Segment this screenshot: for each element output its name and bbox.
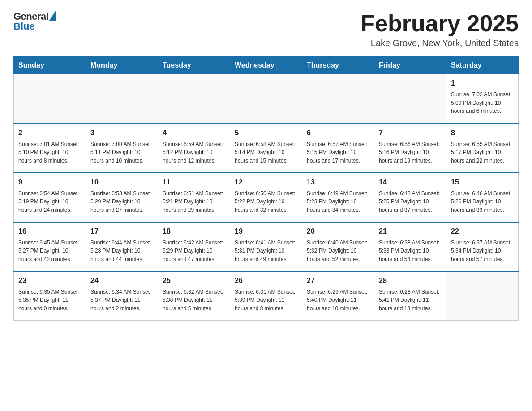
calendar-week-row: 1Sunrise: 7:02 AM Sunset: 5:09 PM Daylig…	[14, 74, 519, 124]
calendar-cell: 3Sunrise: 7:00 AM Sunset: 5:11 PM Daylig…	[86, 124, 158, 173]
location-text: Lake Grove, New York, United States	[360, 38, 519, 48]
day-info: Sunrise: 6:50 AM Sunset: 5:22 PM Dayligh…	[235, 189, 297, 214]
day-number: 19	[235, 226, 297, 237]
calendar-cell: 22Sunrise: 6:37 AM Sunset: 5:34 PM Dayli…	[446, 222, 519, 271]
calendar-cell: 16Sunrise: 6:45 AM Sunset: 5:27 PM Dayli…	[14, 222, 86, 271]
day-info: Sunrise: 6:37 AM Sunset: 5:34 PM Dayligh…	[451, 239, 514, 264]
day-number: 2	[18, 128, 81, 138]
calendar-cell	[446, 271, 519, 321]
day-info: Sunrise: 6:29 AM Sunset: 5:40 PM Dayligh…	[307, 288, 369, 313]
calendar-cell: 9Sunrise: 6:54 AM Sunset: 5:19 PM Daylig…	[14, 173, 86, 222]
calendar-cell: 25Sunrise: 6:32 AM Sunset: 5:38 PM Dayli…	[158, 271, 230, 321]
day-info: Sunrise: 6:40 AM Sunset: 5:32 PM Dayligh…	[307, 239, 369, 264]
calendar-cell: 1Sunrise: 7:02 AM Sunset: 5:09 PM Daylig…	[446, 74, 519, 124]
calendar-cell	[230, 74, 302, 124]
calendar-cell: 23Sunrise: 6:35 AM Sunset: 5:35 PM Dayli…	[14, 271, 86, 321]
calendar-day-header: Tuesday	[158, 57, 230, 74]
calendar-cell: 17Sunrise: 6:44 AM Sunset: 5:28 PM Dayli…	[86, 222, 158, 271]
day-info: Sunrise: 6:53 AM Sunset: 5:20 PM Dayligh…	[90, 189, 153, 214]
calendar-cell: 14Sunrise: 6:48 AM Sunset: 5:25 PM Dayli…	[374, 173, 446, 222]
day-info: Sunrise: 6:32 AM Sunset: 5:38 PM Dayligh…	[163, 288, 225, 313]
calendar-cell: 15Sunrise: 6:46 AM Sunset: 5:26 PM Dayli…	[446, 173, 519, 222]
calendar-cell: 13Sunrise: 6:49 AM Sunset: 5:23 PM Dayli…	[302, 173, 374, 222]
calendar-day-header: Wednesday	[230, 57, 302, 74]
day-info: Sunrise: 6:45 AM Sunset: 5:27 PM Dayligh…	[18, 239, 81, 264]
day-number: 25	[163, 275, 225, 286]
calendar-table: SundayMondayTuesdayWednesdayThursdayFrid…	[13, 56, 519, 321]
day-info: Sunrise: 6:41 AM Sunset: 5:31 PM Dayligh…	[235, 239, 297, 264]
calendar-cell: 4Sunrise: 6:59 AM Sunset: 5:12 PM Daylig…	[158, 124, 230, 173]
calendar-cell	[86, 74, 158, 124]
day-info: Sunrise: 6:54 AM Sunset: 5:19 PM Dayligh…	[18, 189, 81, 214]
calendar-cell	[374, 74, 446, 124]
day-number: 3	[90, 128, 153, 138]
day-info: Sunrise: 6:57 AM Sunset: 5:15 PM Dayligh…	[307, 140, 369, 165]
day-number: 21	[379, 226, 442, 237]
day-number: 11	[163, 177, 225, 188]
day-number: 7	[379, 128, 442, 138]
day-number: 22	[451, 226, 514, 237]
day-info: Sunrise: 6:59 AM Sunset: 5:12 PM Dayligh…	[163, 140, 225, 165]
calendar-cell: 20Sunrise: 6:40 AM Sunset: 5:32 PM Dayli…	[302, 222, 374, 271]
day-info: Sunrise: 7:02 AM Sunset: 5:09 PM Dayligh…	[451, 90, 514, 116]
day-info: Sunrise: 6:49 AM Sunset: 5:23 PM Dayligh…	[307, 189, 369, 214]
calendar-cell: 12Sunrise: 6:50 AM Sunset: 5:22 PM Dayli…	[230, 173, 302, 222]
calendar-week-row: 16Sunrise: 6:45 AM Sunset: 5:27 PM Dayli…	[14, 222, 519, 271]
day-number: 10	[90, 177, 153, 188]
calendar-cell: 8Sunrise: 6:55 AM Sunset: 5:17 PM Daylig…	[446, 124, 519, 173]
calendar-day-header: Monday	[86, 57, 158, 74]
calendar-cell: 28Sunrise: 6:28 AM Sunset: 5:41 PM Dayli…	[374, 271, 446, 321]
calendar-cell: 21Sunrise: 6:38 AM Sunset: 5:33 PM Dayli…	[374, 222, 446, 271]
calendar-cell: 5Sunrise: 6:58 AM Sunset: 5:14 PM Daylig…	[230, 124, 302, 173]
calendar-cell: 2Sunrise: 7:01 AM Sunset: 5:10 PM Daylig…	[14, 124, 86, 173]
day-number: 1	[451, 78, 514, 89]
day-info: Sunrise: 6:38 AM Sunset: 5:33 PM Dayligh…	[379, 239, 442, 264]
calendar-week-row: 2Sunrise: 7:01 AM Sunset: 5:10 PM Daylig…	[14, 124, 519, 173]
calendar-day-header: Thursday	[302, 57, 374, 74]
day-info: Sunrise: 6:46 AM Sunset: 5:26 PM Dayligh…	[451, 189, 514, 214]
calendar-cell: 10Sunrise: 6:53 AM Sunset: 5:20 PM Dayli…	[86, 173, 158, 222]
day-info: Sunrise: 6:42 AM Sunset: 5:29 PM Dayligh…	[163, 239, 225, 264]
day-info: Sunrise: 6:44 AM Sunset: 5:28 PM Dayligh…	[90, 239, 153, 264]
calendar-cell: 6Sunrise: 6:57 AM Sunset: 5:15 PM Daylig…	[302, 124, 374, 173]
calendar-day-header: Saturday	[446, 57, 519, 74]
calendar-cell: 11Sunrise: 6:51 AM Sunset: 5:21 PM Dayli…	[158, 173, 230, 222]
calendar-day-header: Friday	[374, 57, 446, 74]
logo: General Blue	[13, 11, 56, 32]
calendar-cell	[14, 74, 86, 124]
calendar-cell: 7Sunrise: 6:56 AM Sunset: 5:16 PM Daylig…	[374, 124, 446, 173]
day-number: 26	[235, 275, 297, 286]
logo-blue-text: Blue	[13, 21, 35, 32]
page-header: General Blue February 2025 Lake Grove, N…	[13, 11, 519, 48]
day-number: 9	[18, 177, 81, 188]
day-number: 4	[163, 128, 225, 138]
day-number: 14	[379, 177, 442, 188]
day-info: Sunrise: 6:35 AM Sunset: 5:35 PM Dayligh…	[18, 288, 81, 313]
day-number: 12	[235, 177, 297, 188]
day-number: 8	[451, 128, 514, 138]
day-number: 28	[379, 275, 442, 286]
logo-triangle-icon	[49, 11, 56, 21]
calendar-day-header: Sunday	[14, 57, 86, 74]
calendar-cell	[302, 74, 374, 124]
day-number: 16	[18, 226, 81, 237]
day-info: Sunrise: 6:51 AM Sunset: 5:21 PM Dayligh…	[163, 189, 225, 214]
calendar-week-row: 23Sunrise: 6:35 AM Sunset: 5:35 PM Dayli…	[14, 271, 519, 321]
day-number: 13	[307, 177, 369, 188]
calendar-cell: 19Sunrise: 6:41 AM Sunset: 5:31 PM Dayli…	[230, 222, 302, 271]
day-info: Sunrise: 6:48 AM Sunset: 5:25 PM Dayligh…	[379, 189, 442, 214]
day-number: 17	[90, 226, 153, 237]
calendar-cell	[158, 74, 230, 124]
calendar-cell: 26Sunrise: 6:31 AM Sunset: 5:39 PM Dayli…	[230, 271, 302, 321]
day-info: Sunrise: 6:28 AM Sunset: 5:41 PM Dayligh…	[379, 288, 442, 313]
day-info: Sunrise: 6:31 AM Sunset: 5:39 PM Dayligh…	[235, 288, 297, 313]
title-block: February 2025 Lake Grove, New York, Unit…	[360, 11, 519, 48]
calendar-cell: 24Sunrise: 6:34 AM Sunset: 5:37 PM Dayli…	[86, 271, 158, 321]
calendar-cell: 27Sunrise: 6:29 AM Sunset: 5:40 PM Dayli…	[302, 271, 374, 321]
day-info: Sunrise: 6:58 AM Sunset: 5:14 PM Dayligh…	[235, 140, 297, 165]
day-number: 23	[18, 275, 81, 286]
calendar-cell: 18Sunrise: 6:42 AM Sunset: 5:29 PM Dayli…	[158, 222, 230, 271]
calendar-header-row: SundayMondayTuesdayWednesdayThursdayFrid…	[14, 57, 519, 74]
day-info: Sunrise: 6:34 AM Sunset: 5:37 PM Dayligh…	[90, 288, 153, 313]
day-info: Sunrise: 7:00 AM Sunset: 5:11 PM Dayligh…	[90, 140, 153, 165]
